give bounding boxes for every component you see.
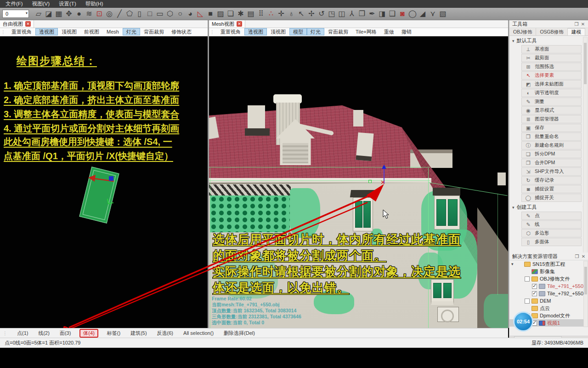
chevron-down-icon[interactable]: ▾ <box>512 39 514 43</box>
filled-square-icon[interactable]: ■ <box>205 8 215 20</box>
city-blocks-icon[interactable]: ▦ <box>54 8 64 20</box>
viewport-button[interactable]: 灯光 <box>123 28 140 35</box>
rectangle-tool-icon[interactable]: □ <box>145 8 155 20</box>
selection-mode-button[interactable]: All selection() <box>182 330 215 336</box>
viewport-button[interactable]: 顶视图 <box>58 28 80 35</box>
toolbox-item[interactable]: ↻ 缓存记录 <box>521 176 582 184</box>
hatch-fill-icon[interactable]: ▧ <box>438 8 448 20</box>
hatch-square-icon[interactable]: ▨ <box>215 8 226 20</box>
slab-tool-icon[interactable]: ▭ <box>155 8 165 20</box>
hexagon-tool-icon[interactable]: ⬡ <box>165 8 175 20</box>
toolbox-item[interactable]: ✎ 测量 <box>521 98 582 106</box>
circle-tool-icon[interactable]: ○ <box>175 8 185 20</box>
selection-mode-button[interactable]: 反选(6) <box>156 330 175 337</box>
gradient-ramp-icon[interactable]: ◢ <box>418 8 428 20</box>
toolbox-tab[interactable]: OBJ修饰 <box>509 28 536 35</box>
toolbox-item[interactable]: ◙ 捕捉设置 <box>521 185 582 193</box>
mesh-viewport[interactable]: ✕ 选体后用平面切片时，体内所有经过此基准面的面对象都将被分割成两个面。实际操作… <box>209 36 508 328</box>
toolbox-item[interactable]: ❒ 批量重命名 <box>521 132 582 141</box>
viewport-button[interactable]: Mesh <box>103 28 123 35</box>
toolbox-item[interactable]: ✎ 线 <box>521 220 582 229</box>
float-panel-icon[interactable]: ❐ <box>573 22 580 27</box>
drag-grip-icon[interactable]: ⋮ <box>3 331 7 336</box>
crop-region-icon[interactable]: ◳ <box>327 8 337 20</box>
tree-row[interactable]: OBJ修饰文件 <box>509 275 588 282</box>
toolbox-tab[interactable]: OSGB修饰 <box>536 28 567 35</box>
ink-fill-icon[interactable]: ✒ <box>367 8 377 20</box>
image-half-icon[interactable]: ◨ <box>377 8 387 20</box>
toolbox-item[interactable]: ◯ 捕捉开关 <box>521 194 582 202</box>
split-view-icon[interactable]: ◫ <box>337 8 347 20</box>
tree-row[interactable]: ▾ SN15查图工程 <box>509 260 588 268</box>
toolbox-item[interactable]: ▯ 多面体 <box>521 238 582 246</box>
tree-checkbox[interactable] <box>532 291 537 296</box>
copy-stack-icon[interactable]: ❐ <box>357 8 367 20</box>
tree-row[interactable]: DEM <box>509 297 588 305</box>
toolbox-tab[interactable]: 建模 <box>568 28 585 35</box>
selection-mode-button[interactable]: 点(1) <box>16 330 29 337</box>
drag-grip-icon[interactable]: ⋮ <box>1 29 6 34</box>
menu-item[interactable]: 文件(F) <box>6 0 23 7</box>
snowflake-icon[interactable]: ✱ <box>236 8 246 20</box>
viewport-button[interactable]: 前视图 <box>80 28 103 35</box>
solid-cube-icon[interactable]: ◪ <box>44 8 54 20</box>
pushpin-icon[interactable]: ♁ <box>286 8 296 20</box>
section-default-tools[interactable]: ▾ 默认工具 ▲ <box>509 36 588 45</box>
line-tool-icon[interactable]: ╱ <box>114 8 124 20</box>
prism-tool-icon[interactable]: ▯ <box>135 8 145 20</box>
chevron-down-icon[interactable]: ▾ <box>26 11 28 15</box>
toolbox-item[interactable]: ❏ 拆分DPM <box>521 150 582 158</box>
curve-nodes-icon[interactable]: ⋎ <box>428 8 438 20</box>
toolbox-item[interactable]: ❐ 合并DPM <box>521 159 582 167</box>
chevron-down-icon[interactable]: ▾ <box>512 205 514 210</box>
tab-free-view[interactable]: 自由视图 ✕ <box>0 20 34 28</box>
viewport-button[interactable]: 重做 <box>380 28 398 35</box>
toolbox-item[interactable]: ⓘ 新建命名规则 <box>521 141 582 150</box>
scrollbar-thumb[interactable] <box>584 43 587 84</box>
tree-row[interactable]: Tile_+792_+550 <box>509 290 588 297</box>
toolbox-item[interactable]: ▣ 保存 <box>521 124 582 132</box>
menu-item[interactable]: 设置(T) <box>59 0 76 7</box>
plane-export-icon[interactable]: ⊡ <box>94 8 104 20</box>
lasso-circle-icon[interactable]: ◯ <box>407 8 418 20</box>
texture-transfer-icon[interactable]: ✥ <box>64 8 74 20</box>
close-icon[interactable]: ✕ <box>580 22 586 27</box>
explorer-scrollbar[interactable] <box>583 261 588 327</box>
viewport-button[interactable]: 透视图 <box>244 28 267 35</box>
polygon-tool-icon[interactable]: ⬠ <box>124 8 135 20</box>
selection-mode-button[interactable]: 标签() <box>106 330 122 337</box>
menu-item[interactable]: 视图(V) <box>32 0 50 7</box>
dot-grid-icon[interactable]: ⠿ <box>256 8 266 20</box>
page-send-icon[interactable]: ❑ <box>387 8 397 20</box>
float-panel-icon[interactable]: ❐ <box>574 254 580 259</box>
viewport-button[interactable]: 顶视图 <box>267 28 289 35</box>
free-viewport[interactable]: 绘图步骤总结： 1. 确定顶部基准面，顶视图下勾画顶部轮廓2. 确定底部基准面，… <box>0 36 208 328</box>
menu-item[interactable]: 帮助(H) <box>85 0 103 7</box>
close-icon[interactable]: ✕ <box>237 21 242 27</box>
tree-row[interactable]: 点云 <box>509 305 588 312</box>
toolbox-item[interactable]: ⇲ SHP文件导入 <box>521 167 582 176</box>
note-page-icon[interactable]: ▤ <box>246 8 256 20</box>
selection-mode-button[interactable]: 建筑(5) <box>129 330 148 337</box>
toolbox-item[interactable]: ≣ 图层管理器 <box>521 115 582 123</box>
toolbox-item[interactable]: ◐ 调节透明度 <box>521 89 582 97</box>
merge-branch-icon[interactable]: ⅄ <box>347 8 357 20</box>
viewport-button[interactable]: 背面裁剪 <box>324 28 352 35</box>
viewport-button[interactable]: 重置视角 <box>217 28 244 35</box>
tree-checkbox[interactable] <box>525 276 530 282</box>
wireframe-cube-icon[interactable]: ▱ <box>34 8 44 20</box>
toolbox-item[interactable]: ⊞ 范围拣选 <box>521 63 582 71</box>
tree-row[interactable]: 影像集 <box>509 268 588 275</box>
selection-mode-button[interactable]: 删除选择(Del) <box>222 330 256 337</box>
section-create-tools[interactable]: ▾ 创建工具 ▼ <box>509 202 588 212</box>
pane-divider[interactable] <box>208 20 209 328</box>
toolbox-item[interactable]: ✎ 点 <box>521 212 582 220</box>
expander-icon[interactable]: ▾ <box>511 262 515 266</box>
scrollbar-thumb[interactable] <box>584 267 587 294</box>
layer-select-dropdown[interactable]: 0 ▾ <box>2 10 29 18</box>
viewport-button[interactable]: 撤销 <box>398 28 415 35</box>
selection-mode-button[interactable]: 体(4) <box>79 329 98 338</box>
selection-mode-button[interactable]: 线(2) <box>37 330 51 337</box>
select-cursor-icon[interactable]: ↖ <box>296 8 306 20</box>
toolbox-item[interactable]: ✂ 裁剪面 <box>521 54 582 62</box>
